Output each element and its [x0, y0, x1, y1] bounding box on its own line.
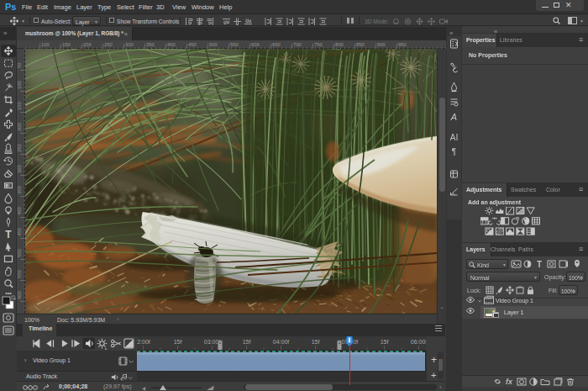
svg-text:450: 450: [188, 42, 197, 47]
svg-text:2:00f: 2:00f: [137, 339, 150, 345]
svg-text:A: A: [450, 112, 457, 122]
svg-text:850: 850: [356, 42, 365, 47]
svg-text:06:00f: 06:00f: [411, 339, 426, 345]
svg-text:100: 100: [41, 42, 50, 47]
svg-text:300: 300: [125, 42, 134, 47]
svg-text:04:00f: 04:00f: [273, 339, 290, 345]
svg-text:500: 500: [17, 249, 22, 257]
svg-text:950: 950: [398, 42, 407, 47]
svg-text:•••: •••: [5, 290, 12, 296]
svg-text:650: 650: [272, 42, 281, 47]
svg-text:300: 300: [17, 165, 22, 173]
svg-text:350: 350: [146, 42, 155, 47]
svg-text:T: T: [5, 229, 12, 240]
svg-text:550: 550: [230, 42, 239, 47]
svg-text:900: 900: [377, 42, 386, 47]
svg-text:550: 550: [17, 270, 22, 278]
svg-text:¶: ¶: [452, 147, 456, 156]
svg-text:400: 400: [167, 42, 176, 47]
svg-text:750: 750: [314, 42, 323, 47]
svg-text:15f: 15f: [312, 339, 320, 345]
svg-text:200: 200: [17, 123, 22, 131]
svg-text:fx: fx: [506, 378, 513, 386]
svg-text:15f: 15f: [243, 339, 251, 345]
svg-text:600: 600: [17, 291, 22, 299]
svg-text:450: 450: [17, 228, 22, 236]
svg-text:500: 500: [209, 42, 218, 47]
svg-text:400: 400: [17, 207, 22, 215]
svg-text:800: 800: [335, 42, 344, 47]
svg-text:15f: 15f: [174, 339, 182, 345]
svg-text:15f: 15f: [381, 339, 389, 345]
svg-text:250: 250: [104, 42, 113, 47]
svg-text:350: 350: [17, 186, 22, 194]
svg-text:50: 50: [17, 63, 22, 68]
svg-text:600: 600: [251, 42, 260, 47]
svg-text:250: 250: [17, 144, 22, 152]
svg-text:150: 150: [17, 102, 22, 110]
svg-text:200: 200: [83, 42, 92, 47]
svg-text:T: T: [537, 260, 542, 269]
svg-text:A: A: [450, 133, 456, 142]
svg-text:150: 150: [62, 42, 71, 47]
svg-text:100: 100: [17, 81, 22, 89]
svg-text:700: 700: [293, 42, 302, 47]
